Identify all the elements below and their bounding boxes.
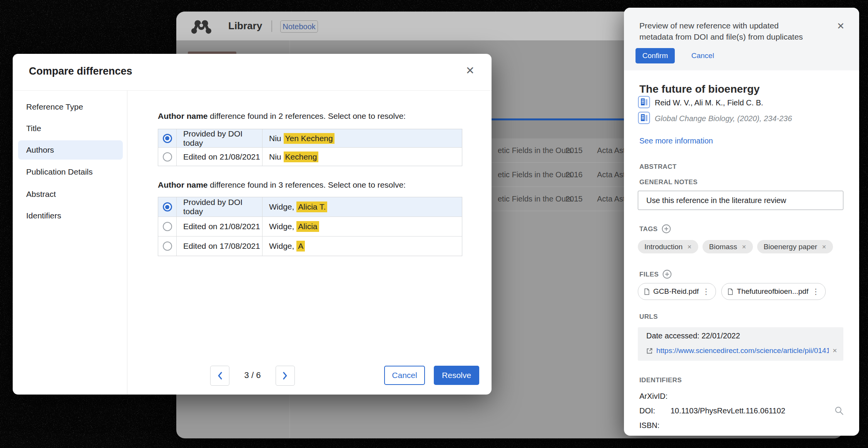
difference-option-row[interactable]: Provided by DOI today Niu Yen Kecheng [158,129,462,147]
mendeley-logo-icon [191,19,212,34]
option-value: Widge, A [262,236,462,256]
row-source: Acta Astr [597,146,628,155]
option-source-label: Edited on 21/08/2021 [176,217,262,236]
close-icon[interactable]: ✕ [837,21,845,32]
tag-chip[interactable]: Biomass ✕ [702,240,753,253]
radio-selected[interactable] [163,202,172,212]
file-icon [728,288,733,295]
radio-unselected[interactable] [163,241,172,251]
close-icon[interactable]: ✕ [466,65,475,76]
previous-page-button[interactable] [210,366,229,386]
page-indicator: 3 / 6 [235,366,270,385]
difference-option-row[interactable]: Edited on 21/08/2021 Widge, Alicia [158,217,462,236]
heading-text: difference found in 3 references. Select… [208,180,406,189]
file-icon [644,288,650,295]
add-file-button[interactable] [662,270,672,281]
row-year: 2016 [565,170,583,179]
difference-table: Provided by DOI today Niu Yen Kecheng Ed… [158,129,462,166]
highlighted-diff: Kecheng [284,152,319,162]
difference-option-row[interactable]: Edited on 21/08/2021 Niu Kecheng [158,147,462,166]
tag-chip[interactable]: Introduction ✕ [638,240,698,253]
duplicate-document-icon [638,112,650,124]
nav-divider [271,20,272,32]
sidebar-item-title[interactable]: Title [18,119,123,138]
tab-notebook[interactable]: Notebook [280,20,318,33]
date-accessed: Date accessed: 22/01/2022 [646,331,740,340]
resolve-button[interactable]: Resolve [434,366,479,385]
url-link[interactable]: https://www.sciencedirect.com/science/ar… [656,346,829,355]
doi-value: 10.1103/PhysRevLett.116.061102 [671,406,785,415]
remove-tag-icon[interactable]: ✕ [687,244,692,250]
option-source-label: Provided by DOI today [176,129,262,147]
option-value: Widge, Alicia T. [262,197,462,217]
highlighted-diff: A [296,241,305,251]
isbn-label: ISBN: [639,421,659,430]
row-source: Acta Astr [597,195,628,203]
option-source-label: Provided by DOI today [176,197,262,217]
abstract-label: ABSTRACT [639,163,677,171]
radio-unselected[interactable] [163,152,172,162]
remove-tag-icon[interactable]: ✕ [822,244,826,250]
urls-label: URLS [639,313,658,321]
reference-source: Global Change Biology, (2020), 234-236 [655,114,792,123]
panel-header: Preview of new reference with updated me… [624,8,859,70]
arxiv-id-label: ArXivID: [639,392,667,401]
radio-selected[interactable] [163,134,172,143]
search-icon[interactable] [834,406,844,416]
option-source-label: Edited on 21/08/2021 [176,148,262,166]
tags-label: TAGS [639,224,671,235]
kebab-menu-icon[interactable]: ⋮ [702,288,710,295]
difference-heading: Author name difference found in 2 refere… [158,112,406,121]
files-list: GCB-Reid.pdf ⋮ Thefutureofbioen...pdf ⋮ [638,283,826,300]
header-divider [13,90,492,91]
option-value: Niu Kecheng [262,148,462,166]
files-label: FILES [639,270,672,281]
tab-library[interactable]: Library [228,12,262,40]
difference-option-row[interactable]: Provided by DOI today Widge, Alicia T. [158,197,462,217]
highlighted-diff: Alicia [296,221,319,232]
remove-tag-icon[interactable]: ✕ [742,244,746,250]
chevron-left-icon [217,371,222,380]
highlighted-diff: Alicia T. [296,202,327,212]
url-entry: Date accessed: 22/01/2022 https://www.sc… [638,327,843,361]
file-chip[interactable]: Thefutureofbioen...pdf ⋮ [721,283,826,300]
row-year: 2015 [565,195,583,203]
general-notes-input[interactable]: Use this reference in the literature rev… [638,191,843,210]
panel-cancel-link[interactable]: Cancel [691,48,714,63]
row-source: Acta Astr [597,170,628,179]
see-more-information-link[interactable]: See more information [639,137,713,145]
sidebar-item-publication-details[interactable]: Publication Details [18,162,123,182]
radio-unselected[interactable] [163,222,172,231]
sidebar-item-reference-type[interactable]: Reference Type [18,97,123,117]
file-chip[interactable]: GCB-Reid.pdf ⋮ [638,283,716,300]
tag-chip[interactable]: Bioenergy paper ✕ [757,240,833,253]
difference-heading: Author name difference found in 3 refere… [158,180,406,190]
tags-list: Introduction ✕ Biomass ✕ Bioenergy paper… [638,240,833,253]
sidebar-item-identifiers[interactable]: Identifiers [18,206,123,225]
compare-differences-dialog: Compare differences ✕ Reference Type Tit… [13,54,492,395]
next-page-button[interactable] [276,366,295,386]
cancel-button[interactable]: Cancel [384,366,425,385]
confirm-button[interactable]: Confirm [636,48,675,63]
identifiers-label: IDENTIFIERS [639,376,682,384]
heading-field-name: Author name [158,180,208,189]
heading-text: difference found in 2 references. Select… [208,112,406,120]
kebab-menu-icon[interactable]: ⋮ [812,288,819,295]
sidebar-item-authors[interactable]: Authors [18,140,123,160]
reference-authors: Reid W. V., Ali M. K., Field C. B. [655,98,763,107]
difference-option-row[interactable]: Edited on 17/08/2021 Widge, A [158,236,462,256]
dialog-title: Compare differences [29,65,132,77]
add-tag-button[interactable] [662,224,671,235]
duplicate-document-icon [638,96,650,108]
option-source-label: Edited on 17/08/2021 [176,236,262,256]
difference-table: Provided by DOI today Widge, Alicia T. E… [158,197,462,256]
reference-title: The future of bioenergy [639,83,760,95]
remove-url-icon[interactable]: ✕ [832,347,837,354]
chevron-right-icon [283,371,288,380]
sidebar-item-abstract[interactable]: Abstract [18,185,123,204]
external-link-icon [646,348,653,354]
panel-title: Preview of new reference with updated me… [639,20,820,42]
sidebar-content-divider [127,90,127,395]
general-notes-label: GENERAL NOTES [639,178,697,186]
option-value: Widge, Alicia [262,217,462,236]
